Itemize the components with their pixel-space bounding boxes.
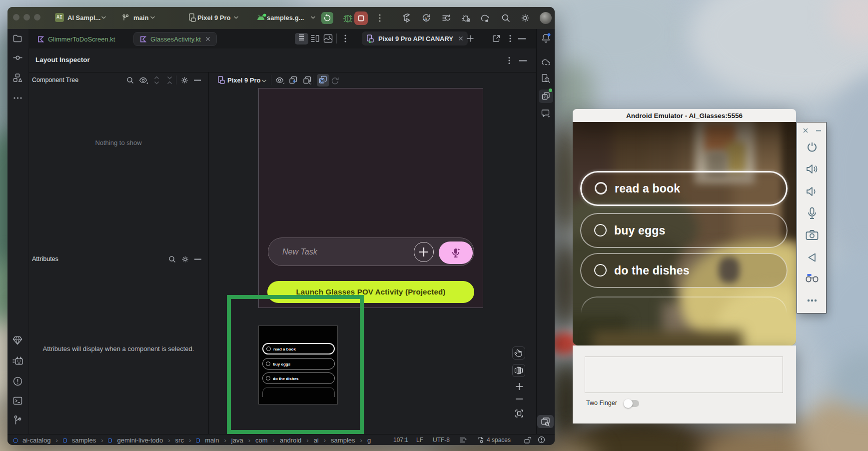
- svg-text:A: A: [424, 16, 428, 22]
